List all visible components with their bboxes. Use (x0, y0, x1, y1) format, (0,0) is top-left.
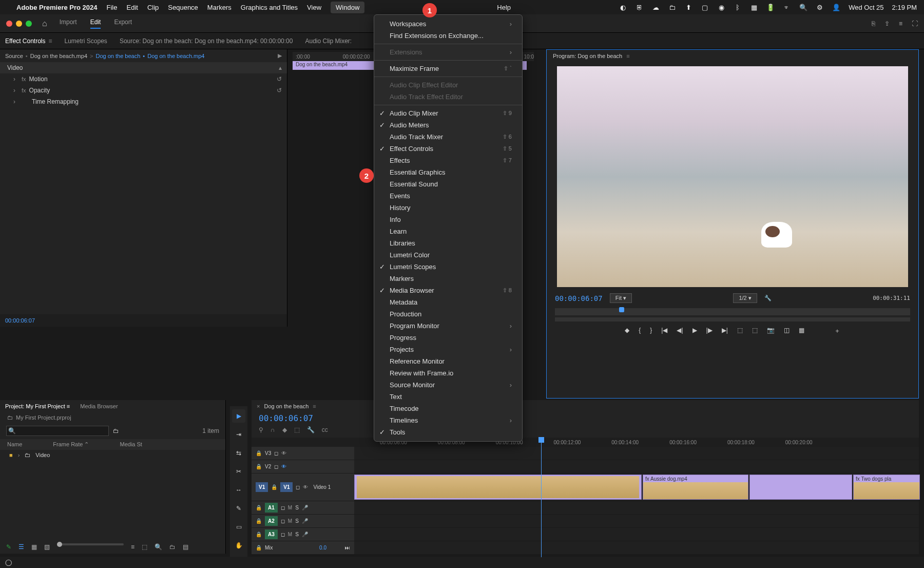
media-browser-tab[interactable]: Media Browser (80, 403, 118, 409)
close-window-icon[interactable] (6, 21, 12, 27)
program-zoombar[interactable] (555, 317, 910, 321)
add-button-icon[interactable]: ＋ (834, 327, 840, 335)
col-name[interactable]: Name (7, 441, 22, 448)
bluetooth-icon[interactable]: ᛒ (734, 3, 742, 11)
sync-icon[interactable]: ◐ (619, 3, 627, 11)
user-icon[interactable]: 👤 (832, 3, 840, 11)
safe-margins-icon[interactable]: ▦ (799, 327, 804, 335)
program-timecode[interactable]: 00:00:06:07 (555, 294, 603, 302)
panel-effect-controls[interactable]: Effect Controls ≡ (5, 37, 52, 45)
lock-icon[interactable]: 🔒 (256, 450, 262, 456)
ec-play-icon[interactable]: ▶ (278, 52, 282, 59)
menu-item-events[interactable]: Events (374, 190, 522, 202)
col-framerate[interactable]: Frame Rate ⌃ (53, 441, 89, 448)
eye-icon[interactable]: 👁 (281, 464, 286, 469)
target-icon[interactable]: ◻ (274, 464, 278, 469)
menu-item-progress[interactable]: Progress (374, 332, 522, 344)
sort-icon[interactable]: ≡ (131, 543, 134, 551)
target-icon[interactable]: ◻ (281, 532, 285, 537)
menu-item-audio-meters[interactable]: ✓Audio Meters (374, 119, 522, 131)
zoom-slider[interactable] (57, 543, 124, 545)
comparison-icon[interactable]: ◫ (784, 327, 790, 335)
step-back-icon[interactable]: ◀| (677, 327, 683, 335)
solo-button[interactable]: S (295, 532, 299, 537)
program-video-preview[interactable] (557, 66, 908, 287)
new-item-icon[interactable]: ▤ (183, 543, 188, 551)
panel-menu-icon[interactable]: ≡ (626, 53, 629, 59)
clip-middle[interactable] (749, 475, 852, 500)
menu-item-review-with-frame-io[interactable]: Review with Frame.io (374, 367, 522, 379)
menu-item-history[interactable]: History (374, 202, 522, 214)
wifi-icon[interactable]: ᯤ (783, 3, 791, 11)
menu-view[interactable]: View (307, 4, 321, 11)
step-fwd-icon[interactable]: |▶ (706, 327, 713, 335)
menu-item-production[interactable]: Production (374, 308, 522, 320)
settings-icon[interactable]: ⬚ (294, 426, 300, 433)
clip-aussie-dog[interactable]: fx Aussie dog.mp4 (643, 475, 748, 500)
program-scrubber[interactable] (555, 308, 910, 315)
marker-icon[interactable]: ◆ (625, 327, 629, 335)
target-icon[interactable]: ◻ (274, 450, 278, 456)
hand-tool-icon[interactable]: ✋ (232, 539, 245, 552)
wrench-icon[interactable]: 🔧 (307, 426, 315, 433)
panel-source[interactable]: Source: Dog on the beach: Dog on the bea… (120, 37, 293, 45)
menu-item-lumetri-color[interactable]: Lumetri Color (374, 249, 522, 261)
mute-button[interactable]: M (288, 505, 292, 510)
menu-item-find-extensions-on-exchange-[interactable]: Find Extensions on Exchange... (374, 30, 522, 42)
quick-export-icon[interactable]: ⎘ (872, 20, 875, 27)
tab-edit[interactable]: Edit (90, 18, 101, 29)
record-icon[interactable]: ◉ (717, 3, 725, 11)
mark-in-icon[interactable]: { (639, 327, 641, 335)
control-center-icon[interactable]: ⚙ (816, 3, 824, 11)
folder-icon[interactable]: 🗀 (668, 3, 676, 11)
project-search-input[interactable] (6, 426, 109, 436)
menu-item-markers[interactable]: Markers (374, 273, 522, 285)
menu-item-info[interactable]: Info (374, 214, 522, 225)
menu-markers[interactable]: Markers (207, 4, 232, 11)
rectangle-tool-icon[interactable]: ▭ (232, 520, 245, 534)
list-view-icon[interactable]: ☰ (18, 543, 24, 551)
lock-icon[interactable]: 🔒 (256, 518, 262, 524)
ec-clip-link[interactable]: Dog on the beach.mp4 (147, 53, 204, 59)
display-icon[interactable]: ▢ (701, 3, 709, 11)
razor-tool-icon[interactable]: ✂ (232, 465, 245, 478)
link-icon[interactable]: ∩ (271, 426, 275, 433)
timeline-ruler[interactable]: 00:00:06:0000:00:08:0000:00:10:0000:00:1… (252, 438, 919, 447)
menu-item-maximize-frame[interactable]: Maximize Frame⇧ ` (374, 63, 522, 74)
timeline-timecode[interactable]: 00:00:06:07 (252, 412, 919, 424)
program-fit-dropdown[interactable]: Fit ▾ (610, 293, 632, 303)
mute-button[interactable]: M (288, 532, 292, 537)
lock-icon[interactable]: 🔒 (256, 532, 262, 537)
menu-file[interactable]: File (107, 4, 118, 11)
solo-button[interactable]: S (295, 518, 299, 524)
export-frame-icon[interactable]: 📷 (767, 327, 775, 335)
tab-import[interactable]: Import (60, 18, 77, 29)
battery-icon[interactable]: 🔋 (766, 3, 775, 11)
menubar-time[interactable]: 2:19 PM (892, 4, 917, 11)
menu-item-audio-track-mixer[interactable]: Audio Track Mixer⇧ 6 (374, 131, 522, 143)
menu-item-source-monitor[interactable]: Source Monitor› (374, 379, 522, 391)
icon-view-icon[interactable]: ▦ (31, 543, 37, 551)
pencil-icon[interactable]: ✎ (6, 543, 11, 551)
menu-item-learn[interactable]: Learn (374, 225, 522, 237)
tab-export[interactable]: Export (114, 18, 132, 29)
menu-item-reference-monitor[interactable]: Reference Monitor (374, 355, 522, 367)
target-icon[interactable]: ◻ (281, 505, 285, 510)
mic-icon[interactable]: 🎤 (302, 505, 308, 510)
reset-icon[interactable]: ↺ (277, 75, 282, 83)
goto-in-icon[interactable]: |◀ (661, 327, 667, 335)
ec-opacity[interactable]: ›fxOpacity↺ (0, 85, 287, 96)
new-bin-button-icon[interactable]: 🗀 (169, 543, 176, 551)
fx-badge-icon[interactable]: fx (22, 87, 26, 93)
lock-icon[interactable]: 🔒 (271, 484, 277, 490)
menu-item-tools[interactable]: ✓Tools (374, 426, 522, 438)
menu-item-effect-controls[interactable]: ✓Effect Controls⇧ 5 (374, 143, 522, 155)
reset-icon[interactable]: ↺ (277, 87, 282, 94)
selection-tool-icon[interactable]: ▶ (232, 409, 245, 423)
home-icon[interactable]: ⌂ (42, 19, 47, 28)
menu-graphics[interactable]: Graphics and Titles (241, 4, 298, 11)
clip-dog-beach[interactable] (354, 475, 642, 500)
menu-item-libraries[interactable]: Libraries (374, 237, 522, 249)
panel-audio-mixer[interactable]: Audio Clip Mixer: (305, 37, 352, 45)
extract-icon[interactable]: ⬚ (752, 327, 758, 335)
